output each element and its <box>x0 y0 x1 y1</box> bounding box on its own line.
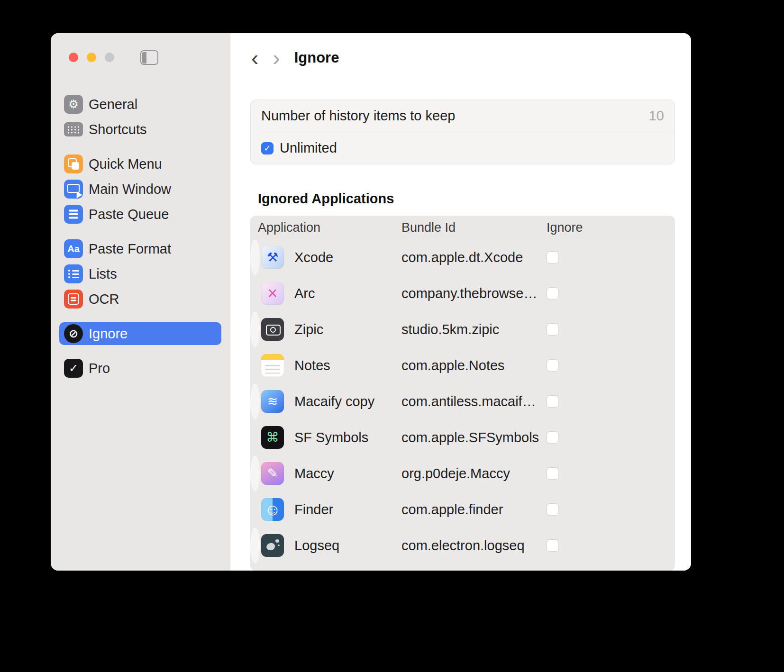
ignore-checkbox[interactable] <box>547 431 559 444</box>
ignored-apps-table: ApplicationBundle IdIgnore ⚒Xcodecom.app… <box>250 216 675 571</box>
ignore-cell <box>547 539 559 552</box>
sidebar-item-label: Pro <box>89 361 110 376</box>
application-cell: ≋Macaify copy <box>250 390 401 413</box>
ignore-cell <box>547 395 559 408</box>
ignore-checkbox[interactable] <box>547 323 559 336</box>
ignore-checkbox[interactable] <box>547 287 559 300</box>
page-title: Ignore <box>294 49 339 66</box>
macaify-app-icon: ≋ <box>261 390 284 413</box>
sidebar-item-label: Paste Format <box>89 241 171 257</box>
ignore-cell <box>547 467 559 480</box>
unlimited-row: ✓ Unlimited <box>251 132 675 164</box>
sidebar-nav: ⚙GeneralShortcutsQuick MenuMain WindowPa… <box>51 93 230 391</box>
ignore-cell <box>547 431 675 444</box>
bundle-id: com.electron.logseq <box>401 538 547 554</box>
table-row: ✎Maccyorg.p0deje.Maccy <box>250 455 260 491</box>
traffic-lights <box>69 53 114 62</box>
app-name: Finder <box>294 502 333 518</box>
bundle-id: com.antiless.macaif… <box>401 394 547 409</box>
zipic-app-icon <box>261 318 284 341</box>
minimize-button[interactable] <box>87 53 96 62</box>
sidebar-item-label: Ignore <box>89 326 128 342</box>
ocr-icon <box>64 290 83 309</box>
table-row: Notescom.apple.Notes <box>250 347 675 383</box>
unlimited-checkbox[interactable]: ✓ <box>261 142 273 154</box>
ignore-cell <box>547 359 675 372</box>
sidebar-group: ⊘Ignore <box>51 322 230 345</box>
sidebar-group: ✓Pro <box>51 357 230 380</box>
sidebar-item-general[interactable]: ⚙General <box>59 93 221 116</box>
app-name: SF Symbols <box>294 430 368 445</box>
ignore-checkbox[interactable] <box>547 467 559 480</box>
app-name: Arc <box>294 286 315 301</box>
sidebar-item-label: General <box>89 97 137 112</box>
xcode-app-icon: ⚒ <box>261 246 284 269</box>
sidebar-item-main-window[interactable]: Main Window <box>59 178 221 200</box>
sidebar-item-ocr[interactable]: OCR <box>59 288 221 310</box>
ignore-checkbox[interactable] <box>547 395 559 408</box>
ignore-checkbox[interactable] <box>547 503 559 516</box>
unlimited-label: Unlimited <box>280 140 337 156</box>
sidebar-item-quick-menu[interactable]: Quick Menu <box>59 153 221 175</box>
table-row: ≋Macaify copycom.antiless.macaif… <box>250 383 260 419</box>
bundle-id: studio.5km.zipic <box>401 322 547 337</box>
application-cell: ×Arc <box>250 282 401 305</box>
sidebar-item-label: OCR <box>89 291 119 307</box>
sidebar-item-paste-queue[interactable]: Paste Queue <box>59 203 221 226</box>
bundle-id: org.p0deje.Maccy <box>401 466 547 481</box>
history-count-row: Number of history items to keep 10 <box>251 100 675 132</box>
table-row: ⚒Xcodecom.apple.dt.Xcode <box>250 239 260 275</box>
ignore-cell <box>547 287 675 300</box>
finder-app-icon: ☺ <box>261 498 284 521</box>
sidebar-item-shortcuts[interactable]: Shortcuts <box>59 118 221 141</box>
content-pane: ‹ › Ignore Number of history items to ke… <box>230 33 691 571</box>
pro-badge-icon: ✓ <box>64 359 83 378</box>
table-row: ⌘SF Symbolscom.apple.SFSymbols <box>250 419 675 455</box>
bundle-id: com.apple.SFSymbols <box>401 430 547 445</box>
app-name: Macaify copy <box>294 394 374 409</box>
paste-queue-icon <box>64 205 83 224</box>
ignore-checkbox[interactable] <box>547 359 559 372</box>
screen: ⚙GeneralShortcutsQuick MenuMain WindowPa… <box>0 0 784 672</box>
sidebar-item-label: Main Window <box>89 182 171 197</box>
gear-icon: ⚙ <box>64 95 83 114</box>
application-cell: ⌘SF Symbols <box>250 426 401 449</box>
sidebar-item-paste-format[interactable]: AaPaste Format <box>59 237 221 260</box>
bundle-id: com.apple.finder <box>401 502 547 518</box>
ignore-checkbox[interactable] <box>547 539 559 552</box>
arc-app-icon: × <box>261 282 284 305</box>
ignore-checkbox[interactable] <box>547 251 559 263</box>
ignore-cell <box>547 251 559 263</box>
quick-menu-icon <box>64 154 83 173</box>
sidebar-group: Quick MenuMain WindowPaste Queue <box>51 153 230 226</box>
sidebar-item-label: Quick Menu <box>89 156 162 172</box>
sidebar-item-label: Paste Queue <box>89 207 169 222</box>
bundle-id: com.apple.Notes <box>401 358 547 373</box>
sidebar-item-lists[interactable]: Lists <box>59 263 221 285</box>
app-name: Zipic <box>294 322 323 337</box>
forward-button[interactable]: › <box>273 46 280 69</box>
sidebar-item-label: Shortcuts <box>89 122 147 137</box>
logseq-app-icon <box>261 534 284 557</box>
zoom-button[interactable] <box>105 53 114 62</box>
lists-icon <box>64 264 83 283</box>
history-count-label: Number of history items to keep <box>261 108 649 124</box>
section-title: Ignored Applications <box>258 191 394 207</box>
back-button[interactable]: ‹ <box>251 46 258 69</box>
column-header-ignore: Ignore <box>547 220 675 235</box>
sidebar-item-ignore[interactable]: ⊘Ignore <box>59 322 221 345</box>
app-name: Notes <box>294 358 330 373</box>
application-cell: Zipic <box>250 318 401 341</box>
history-count-value[interactable]: 10 <box>649 108 664 124</box>
sidebar-item-label: Lists <box>89 266 117 282</box>
sidebar-item-pro[interactable]: ✓Pro <box>59 357 221 380</box>
ignore-cell <box>547 503 675 516</box>
close-button[interactable] <box>69 53 78 62</box>
application-cell: Logseq <box>250 534 401 557</box>
table-body: ⚒Xcodecom.apple.dt.Xcode×Arccompany.theb… <box>250 239 675 571</box>
table-row-partial <box>250 563 675 571</box>
bundle-id: company.thebrowse… <box>401 286 547 301</box>
sidebar-toggle-icon[interactable] <box>140 50 158 65</box>
app-name: Logseq <box>294 538 339 554</box>
sidebar-group: ⚙GeneralShortcuts <box>51 93 230 141</box>
